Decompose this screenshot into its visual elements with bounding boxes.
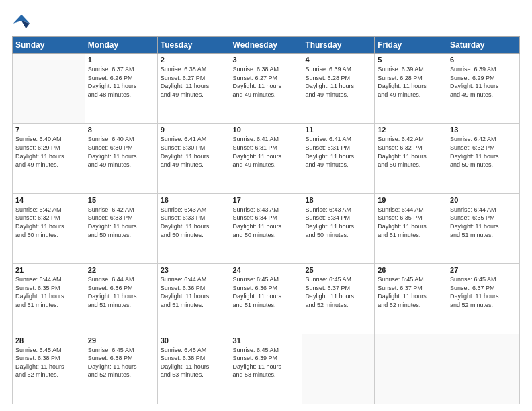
calendar-cell: 1Sunrise: 6:37 AM Sunset: 6:26 PM Daylig… [85, 54, 157, 124]
calendar-cell: 27Sunrise: 6:45 AM Sunset: 6:37 PM Dayli… [447, 264, 520, 334]
day-number: 28 [15, 336, 82, 345]
calendar-cell: 24Sunrise: 6:45 AM Sunset: 6:36 PM Dayli… [230, 264, 302, 334]
day-info: Sunrise: 6:40 AM Sunset: 6:30 PM Dayligh… [88, 135, 154, 169]
day-info: Sunrise: 6:39 AM Sunset: 6:28 PM Dayligh… [378, 65, 444, 99]
calendar-cell [375, 334, 447, 404]
day-number: 3 [233, 56, 300, 64]
day-info: Sunrise: 6:39 AM Sunset: 6:28 PM Dayligh… [305, 65, 371, 99]
calendar-cell: 20Sunrise: 6:44 AM Sunset: 6:35 PM Dayli… [447, 193, 520, 263]
calendar-cell: 15Sunrise: 6:42 AM Sunset: 6:33 PM Dayli… [85, 193, 157, 263]
day-info: Sunrise: 6:41 AM Sunset: 6:31 PM Dayligh… [305, 135, 371, 169]
day-number: 13 [450, 126, 517, 134]
calendar-cell: 9Sunrise: 6:41 AM Sunset: 6:30 PM Daylig… [157, 124, 230, 193]
day-number: 12 [378, 126, 444, 134]
day-number: 17 [233, 196, 300, 204]
day-number: 9 [161, 126, 227, 134]
day-info: Sunrise: 6:45 AM Sunset: 6:37 PM Dayligh… [450, 275, 517, 309]
day-number: 22 [88, 266, 154, 274]
calendar-cell: 14Sunrise: 6:42 AM Sunset: 6:32 PM Dayli… [13, 193, 85, 263]
calendar-cell: 25Sunrise: 6:45 AM Sunset: 6:37 PM Dayli… [302, 264, 375, 334]
calendar-cell: 29Sunrise: 6:45 AM Sunset: 6:38 PM Dayli… [85, 334, 157, 404]
calendar-cell: 16Sunrise: 6:43 AM Sunset: 6:33 PM Dayli… [157, 193, 230, 263]
day-number: 26 [378, 266, 444, 274]
day-info: Sunrise: 6:38 AM Sunset: 6:27 PM Dayligh… [233, 65, 300, 99]
day-info: Sunrise: 6:38 AM Sunset: 6:27 PM Dayligh… [161, 65, 227, 99]
day-info: Sunrise: 6:45 AM Sunset: 6:37 PM Dayligh… [305, 275, 371, 309]
calendar-cell: 7Sunrise: 6:40 AM Sunset: 6:29 PM Daylig… [13, 124, 85, 193]
day-info: Sunrise: 6:45 AM Sunset: 6:37 PM Dayligh… [378, 275, 444, 309]
day-info: Sunrise: 6:45 AM Sunset: 6:38 PM Dayligh… [161, 346, 227, 379]
day-info: Sunrise: 6:43 AM Sunset: 6:33 PM Dayligh… [161, 205, 227, 239]
day-header-sunday: Sunday [13, 37, 85, 54]
day-number: 11 [305, 126, 371, 134]
calendar-week-5: 28Sunrise: 6:45 AM Sunset: 6:38 PM Dayli… [13, 334, 520, 404]
calendar-body: 1Sunrise: 6:37 AM Sunset: 6:26 PM Daylig… [13, 54, 520, 404]
day-number: 18 [305, 196, 371, 204]
logo [12, 12, 34, 31]
day-number: 25 [305, 266, 371, 274]
day-number: 23 [161, 266, 227, 274]
calendar-cell: 17Sunrise: 6:43 AM Sunset: 6:34 PM Dayli… [230, 193, 302, 263]
day-number: 5 [378, 56, 444, 64]
day-header-friday: Friday [375, 37, 447, 54]
calendar-cell: 22Sunrise: 6:44 AM Sunset: 6:36 PM Dayli… [85, 264, 157, 334]
calendar-cell [447, 334, 520, 404]
calendar-cell [13, 54, 85, 124]
day-number: 8 [88, 126, 154, 134]
day-info: Sunrise: 6:37 AM Sunset: 6:26 PM Dayligh… [88, 65, 154, 99]
day-header-tuesday: Tuesday [157, 37, 230, 54]
day-number: 20 [450, 196, 517, 204]
calendar-cell: 13Sunrise: 6:42 AM Sunset: 6:32 PM Dayli… [447, 124, 520, 193]
day-number: 16 [161, 196, 227, 204]
calendar-cell: 5Sunrise: 6:39 AM Sunset: 6:28 PM Daylig… [375, 54, 447, 124]
svg-marker-0 [13, 15, 30, 24]
day-number: 2 [161, 56, 227, 64]
day-number: 30 [161, 336, 227, 345]
day-info: Sunrise: 6:44 AM Sunset: 6:35 PM Dayligh… [378, 205, 444, 239]
day-number: 15 [88, 196, 154, 204]
calendar-cell: 6Sunrise: 6:39 AM Sunset: 6:29 PM Daylig… [447, 54, 520, 124]
header [12, 12, 520, 31]
calendar-cell: 3Sunrise: 6:38 AM Sunset: 6:27 PM Daylig… [230, 54, 302, 124]
day-number: 24 [233, 266, 300, 274]
day-number: 10 [233, 126, 300, 134]
day-info: Sunrise: 6:42 AM Sunset: 6:32 PM Dayligh… [378, 135, 444, 169]
day-number: 4 [305, 56, 371, 64]
day-number: 27 [450, 266, 517, 274]
calendar-cell: 19Sunrise: 6:44 AM Sunset: 6:35 PM Dayli… [375, 193, 447, 263]
day-number: 6 [450, 56, 517, 64]
calendar-week-3: 14Sunrise: 6:42 AM Sunset: 6:32 PM Dayli… [13, 193, 520, 263]
calendar-cell: 4Sunrise: 6:39 AM Sunset: 6:28 PM Daylig… [302, 54, 375, 124]
day-info: Sunrise: 6:44 AM Sunset: 6:35 PM Dayligh… [450, 205, 517, 239]
day-info: Sunrise: 6:44 AM Sunset: 6:36 PM Dayligh… [161, 275, 227, 309]
calendar-cell: 31Sunrise: 6:45 AM Sunset: 6:39 PM Dayli… [230, 334, 302, 404]
day-header-saturday: Saturday [447, 37, 520, 54]
day-number: 29 [88, 336, 154, 345]
calendar-cell: 30Sunrise: 6:45 AM Sunset: 6:38 PM Dayli… [157, 334, 230, 404]
calendar-header: SundayMondayTuesdayWednesdayThursdayFrid… [13, 37, 520, 54]
day-info: Sunrise: 6:41 AM Sunset: 6:30 PM Dayligh… [161, 135, 227, 169]
day-info: Sunrise: 6:42 AM Sunset: 6:32 PM Dayligh… [15, 205, 82, 239]
calendar-cell: 11Sunrise: 6:41 AM Sunset: 6:31 PM Dayli… [302, 124, 375, 193]
day-number: 14 [15, 196, 82, 204]
day-header-monday: Monday [85, 37, 157, 54]
day-number: 21 [15, 266, 82, 274]
calendar-cell: 8Sunrise: 6:40 AM Sunset: 6:30 PM Daylig… [85, 124, 157, 193]
page: SundayMondayTuesdayWednesdayThursdayFrid… [0, 0, 532, 411]
day-header-thursday: Thursday [302, 37, 375, 54]
calendar-cell: 26Sunrise: 6:45 AM Sunset: 6:37 PM Dayli… [375, 264, 447, 334]
day-number: 31 [233, 336, 300, 345]
day-number: 7 [15, 126, 82, 134]
day-info: Sunrise: 6:44 AM Sunset: 6:36 PM Dayligh… [88, 275, 154, 309]
day-info: Sunrise: 6:45 AM Sunset: 6:38 PM Dayligh… [88, 346, 154, 379]
day-info: Sunrise: 6:45 AM Sunset: 6:38 PM Dayligh… [15, 346, 82, 379]
calendar-cell: 21Sunrise: 6:44 AM Sunset: 6:35 PM Dayli… [13, 264, 85, 334]
calendar-cell: 28Sunrise: 6:45 AM Sunset: 6:38 PM Dayli… [13, 334, 85, 404]
day-info: Sunrise: 6:43 AM Sunset: 6:34 PM Dayligh… [233, 205, 300, 239]
calendar-cell [302, 334, 375, 404]
calendar-cell: 18Sunrise: 6:43 AM Sunset: 6:34 PM Dayli… [302, 193, 375, 263]
calendar-week-1: 1Sunrise: 6:37 AM Sunset: 6:26 PM Daylig… [13, 54, 520, 124]
day-info: Sunrise: 6:42 AM Sunset: 6:33 PM Dayligh… [88, 205, 154, 239]
day-header-row: SundayMondayTuesdayWednesdayThursdayFrid… [13, 37, 520, 54]
calendar-cell: 2Sunrise: 6:38 AM Sunset: 6:27 PM Daylig… [157, 54, 230, 124]
